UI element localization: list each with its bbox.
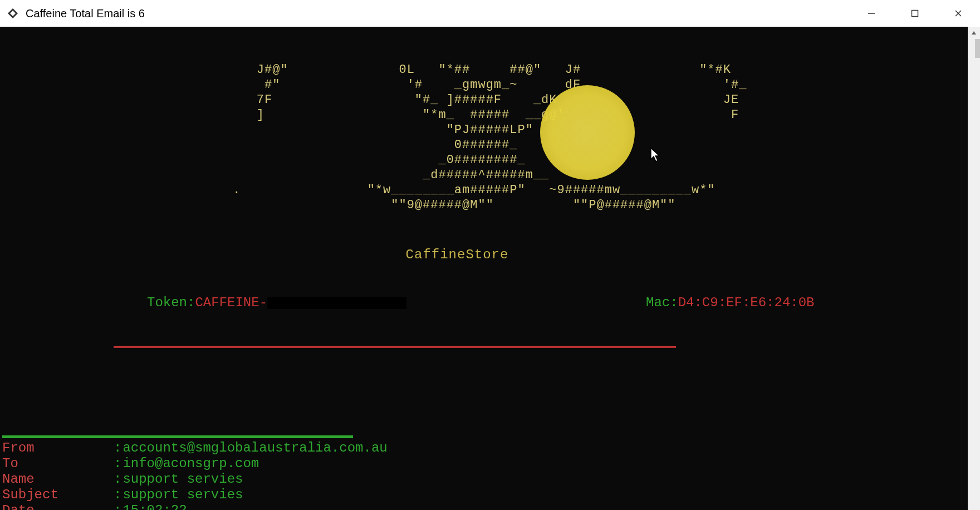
mac-label: Mac:: [646, 295, 678, 310]
record-key-subject: Subject: [2, 487, 114, 503]
token-prefix: CAFFEINE-: [195, 295, 267, 310]
record-key-date: Date: [2, 503, 114, 510]
record-val-from: accounts@smglobalaustralia.com.au: [121, 440, 387, 456]
scrollbar-thumb[interactable]: [975, 39, 980, 58]
record-val-to: info@aconsgrp.com: [121, 456, 259, 472]
scroll-up-arrow[interactable]: [968, 27, 980, 39]
app-window: Caffeine Total Email is 6 J#@" 0L "*## #…: [0, 0, 980, 508]
record-key-to: To: [2, 456, 114, 472]
record-row: Date:15:02:22: [2, 503, 968, 510]
record-val-subject: support servies: [121, 487, 243, 503]
email-record: From:accounts@smglobalaustralia.com.auTo…: [2, 440, 968, 510]
close-button[interactable]: [937, 0, 980, 27]
window-title: Caffeine Total Email is 6: [26, 7, 145, 20]
vertical-scrollbar[interactable]: [968, 27, 980, 510]
store-name: CaffineStore: [0, 244, 968, 264]
svg-rect-3: [912, 11, 918, 17]
record-row: From:accounts@smglobalaustralia.com.au: [2, 440, 968, 456]
svg-marker-6: [972, 31, 976, 35]
red-divider: [114, 346, 676, 348]
record-row: Name:support servies: [2, 472, 968, 487]
maximize-button[interactable]: [893, 0, 937, 27]
terminal-output: J#@" 0L "*## ##@" J# "*#K #" '# _gmwgm_~…: [0, 27, 968, 510]
token-label: Token:: [147, 295, 195, 310]
app-icon: [7, 7, 19, 19]
minimize-button[interactable]: [850, 0, 893, 27]
token-redacted: [267, 297, 406, 309]
token-line: Token:CAFFEINE-Mac:D4:C9:EF:E6:24:0B: [2, 295, 968, 311]
titlebar[interactable]: Caffeine Total Email is 6: [0, 0, 980, 27]
mac-value: D4:C9:EF:E6:24:0B: [678, 295, 815, 310]
record-row: To:info@aconsgrp.com: [2, 456, 968, 472]
record-divider: [2, 435, 353, 438]
record-val-date: 15:02:22: [121, 503, 187, 510]
record-key-from: From: [2, 440, 114, 456]
ascii-art-banner: J#@" 0L "*## ##@" J# "*#K #" '# _gmwgm_~…: [2, 62, 968, 213]
record-row: Subject:support servies: [2, 487, 968, 503]
record-key-name: Name: [2, 472, 114, 487]
record-val-name: support servies: [121, 472, 243, 487]
